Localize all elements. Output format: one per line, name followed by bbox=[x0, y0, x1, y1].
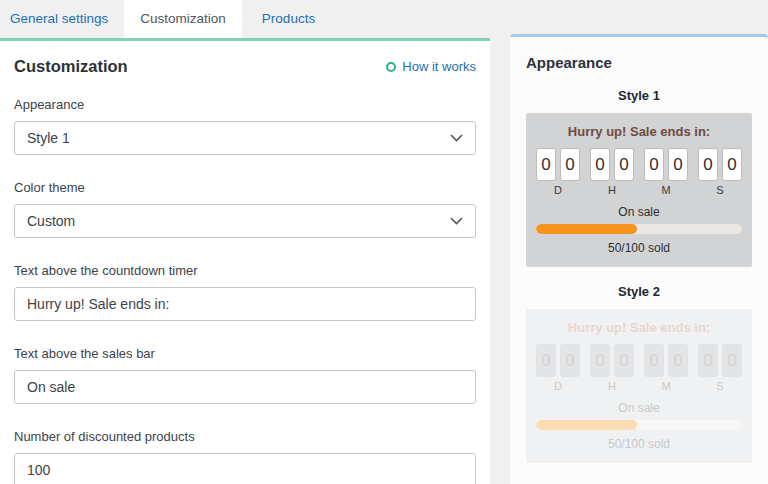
tab-products[interactable]: Products bbox=[242, 0, 331, 38]
sales-bar-text-field-group: Text above the sales bar bbox=[14, 346, 476, 404]
how-it-works-label: How it works bbox=[402, 59, 476, 74]
countdown-text-label: Text above the countdown timer bbox=[14, 263, 476, 278]
panel-header: Customization How it works bbox=[14, 57, 476, 76]
color-theme-field-group: Color theme Custom bbox=[14, 180, 476, 238]
appearance-field-group: Appearance Style 1 bbox=[14, 97, 476, 155]
digit-box: 0 bbox=[614, 344, 634, 377]
style-1-preview: Hurry up! Sale ends in: 0 0 D 0 0 H bbox=[526, 113, 752, 267]
appearance-select[interactable]: Style 1 bbox=[14, 121, 476, 155]
customization-settings-panel: Customization How it works Appearance St… bbox=[0, 38, 490, 484]
color-theme-select[interactable]: Custom bbox=[14, 204, 476, 238]
digit-box: 0 bbox=[722, 344, 742, 377]
seconds-unit-label: S bbox=[698, 380, 742, 392]
countdown-text-field-group: Text above the countdown timer bbox=[14, 263, 476, 321]
color-theme-label: Color theme bbox=[14, 180, 476, 195]
hours-unit-label: H bbox=[590, 184, 634, 196]
plugin-settings-screen: General settings Customization Products … bbox=[0, 0, 768, 484]
seconds-group: 0 0 S bbox=[698, 148, 742, 196]
sales-progress-bar bbox=[536, 224, 742, 234]
countdown-digits: 0 0 D 0 0 H 0 0 M bbox=[536, 148, 742, 196]
digit-box: 0 bbox=[590, 344, 610, 377]
days-group: 0 0 D bbox=[536, 344, 580, 392]
digit-box: 0 bbox=[536, 344, 556, 377]
days-unit-label: D bbox=[536, 184, 580, 196]
discounted-products-label: Number of discounted products bbox=[14, 429, 476, 444]
sales-progress-fill bbox=[536, 224, 637, 234]
digit-box: 0 bbox=[668, 148, 688, 181]
digit-box: 0 bbox=[644, 344, 664, 377]
discounted-products-field-group: Number of discounted products bbox=[14, 429, 476, 484]
sales-bar-text-input[interactable] bbox=[14, 370, 476, 404]
hours-unit-label: H bbox=[590, 380, 634, 392]
digit-box: 0 bbox=[614, 148, 634, 181]
minutes-unit-label: M bbox=[644, 380, 688, 392]
days-unit-label: D bbox=[536, 380, 580, 392]
hours-group: 0 0 H bbox=[590, 148, 634, 196]
tab-customization[interactable]: Customization bbox=[124, 0, 242, 38]
minutes-unit-label: M bbox=[644, 184, 688, 196]
hours-group: 0 0 H bbox=[590, 344, 634, 392]
digit-box: 0 bbox=[590, 148, 610, 181]
tab-general-settings[interactable]: General settings bbox=[0, 0, 124, 38]
tab-bar: General settings Customization Products bbox=[0, 0, 768, 38]
days-group: 0 0 D bbox=[536, 148, 580, 196]
style-2-preview: Hurry up! Sale ends in: 0 0 D 0 0 H bbox=[526, 309, 752, 463]
chevron-down-icon bbox=[450, 217, 463, 225]
seconds-unit-label: S bbox=[698, 184, 742, 196]
help-ring-icon bbox=[386, 62, 396, 72]
chevron-down-icon bbox=[450, 134, 463, 142]
seconds-group: 0 0 S bbox=[698, 344, 742, 392]
digit-box: 0 bbox=[698, 148, 718, 181]
preview-panel-title: Appearance bbox=[526, 54, 752, 71]
preview-countdown-text: Hurry up! Sale ends in: bbox=[536, 124, 742, 139]
appearance-label: Appearance bbox=[14, 97, 476, 112]
preview-sale-text: On sale bbox=[536, 205, 742, 219]
discounted-products-input[interactable] bbox=[14, 453, 476, 484]
countdown-digits: 0 0 D 0 0 H 0 0 M bbox=[536, 344, 742, 392]
style-1-title: Style 1 bbox=[526, 88, 752, 103]
digit-box: 0 bbox=[536, 148, 556, 181]
minutes-group: 0 0 M bbox=[644, 344, 688, 392]
minutes-group: 0 0 M bbox=[644, 148, 688, 196]
appearance-select-value: Style 1 bbox=[27, 130, 70, 146]
color-theme-select-value: Custom bbox=[27, 213, 75, 229]
sales-bar-text-label: Text above the sales bar bbox=[14, 346, 476, 361]
sales-progress-fill bbox=[536, 420, 637, 430]
preview-sold-text: 50/100 sold bbox=[536, 241, 742, 255]
appearance-preview-panel: Appearance Style 1 Hurry up! Sale ends i… bbox=[510, 34, 768, 484]
countdown-text-input[interactable] bbox=[14, 287, 476, 321]
preview-countdown-text: Hurry up! Sale ends in: bbox=[536, 320, 742, 335]
sales-progress-bar bbox=[536, 420, 742, 430]
how-it-works-link[interactable]: How it works bbox=[386, 59, 476, 74]
style-2-title: Style 2 bbox=[526, 284, 752, 299]
digit-box: 0 bbox=[722, 148, 742, 181]
preview-sale-text: On sale bbox=[536, 401, 742, 415]
digit-box: 0 bbox=[668, 344, 688, 377]
digit-box: 0 bbox=[560, 344, 580, 377]
digit-box: 0 bbox=[698, 344, 718, 377]
digit-box: 0 bbox=[560, 148, 580, 181]
page-title: Customization bbox=[14, 57, 128, 76]
digit-box: 0 bbox=[644, 148, 664, 181]
preview-sold-text: 50/100 sold bbox=[536, 437, 742, 451]
